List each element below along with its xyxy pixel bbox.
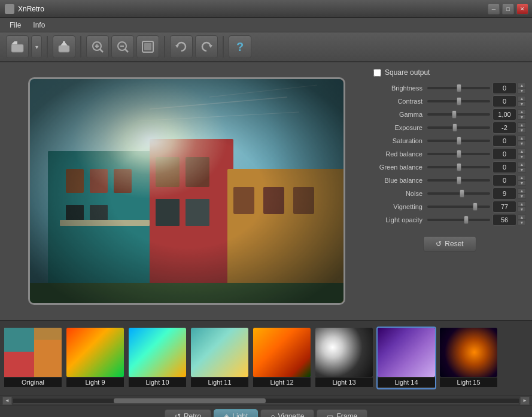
slider-up-brightness[interactable]: ▲: [518, 83, 526, 88]
close-button[interactable]: ✕: [516, 4, 528, 14]
slider-down-exposure[interactable]: ▼: [518, 128, 526, 133]
rotate-ccw-button[interactable]: [170, 35, 193, 58]
filmstrip-item-original[interactable]: Original: [3, 327, 63, 389]
slider-row-vignetting: Vignetting77▲▼: [373, 200, 526, 213]
frame-label: Frame: [336, 412, 357, 417]
slider-down-red-balance[interactable]: ▼: [518, 154, 526, 159]
slider-up-noise[interactable]: ▲: [518, 188, 526, 194]
zoom-in-button[interactable]: [86, 35, 109, 58]
slider-label-gamma: Gamma: [373, 111, 427, 118]
filmstrip-item-light12[interactable]: Light 12: [252, 327, 312, 389]
slider-down-green-balance[interactable]: ▼: [518, 167, 526, 173]
slider-down-contrast[interactable]: ▼: [518, 101, 526, 107]
filmstrip-item-light14[interactable]: Light 14: [376, 327, 436, 389]
slider-down-blue-balance[interactable]: ▼: [518, 180, 526, 186]
slider-row-green-balance: Green balance0▲▼: [373, 161, 526, 174]
slider-thumb-vignetting[interactable]: [473, 203, 478, 211]
svg-line-6: [100, 49, 103, 52]
slider-row-saturation: Saturation0▲▼: [373, 134, 526, 147]
slider-thumb-saturation[interactable]: [457, 137, 461, 145]
slider-down-light-opacity[interactable]: ▼: [518, 220, 526, 225]
slider-thumb-brightness[interactable]: [457, 84, 461, 92]
slider-thumb-blue-balance[interactable]: [457, 176, 461, 185]
maximize-button[interactable]: □: [502, 4, 514, 14]
slider-track-red-balance[interactable]: [427, 153, 490, 155]
slider-down-brightness[interactable]: ▼: [518, 88, 526, 93]
slider-track-vignetting[interactable]: [427, 206, 490, 208]
slider-track-blue-balance[interactable]: [427, 179, 490, 182]
filmstrip-item-light9[interactable]: Light 9: [65, 327, 125, 389]
slider-label-red-balance: Red balance: [373, 150, 427, 158]
slider-track-brightness[interactable]: [427, 87, 490, 89]
slider-track-saturation[interactable]: [427, 140, 490, 142]
slider-label-light-opacity: Light opacity: [373, 216, 427, 223]
canvas-image: [30, 79, 343, 303]
slider-up-blue-balance[interactable]: ▲: [518, 175, 526, 180]
scrollbar-area: ◄ ►: [0, 395, 532, 406]
slider-row-gamma: Gamma1,00▲▼: [373, 108, 526, 121]
slider-up-contrast[interactable]: ▲: [518, 96, 526, 101]
scrollbar-track[interactable]: [12, 398, 520, 404]
filmstrip-item-light10[interactable]: Light 10: [127, 327, 187, 389]
filmstrip-item-light11[interactable]: Light 11: [190, 327, 250, 389]
slider-thumb-contrast[interactable]: [457, 97, 461, 105]
help-button[interactable]: ?: [229, 35, 251, 58]
slider-thumb-exposure[interactable]: [452, 123, 457, 132]
film-thumb-light11: [191, 328, 248, 377]
slider-value-green-balance: 0: [493, 161, 516, 173]
slider-thumb-noise[interactable]: [460, 189, 464, 198]
slider-thumb-red-balance[interactable]: [457, 150, 461, 158]
fit-button[interactable]: [136, 35, 159, 58]
slider-thumb-gamma[interactable]: [452, 110, 457, 119]
main-area: Square output Brightness0▲▼Contrast0▲▼Ga…: [0, 62, 532, 320]
menu-info[interactable]: Info: [27, 20, 51, 31]
slider-down-vignetting[interactable]: ▼: [518, 207, 526, 212]
slider-up-green-balance[interactable]: ▲: [518, 162, 526, 167]
slider-track-noise[interactable]: [427, 192, 490, 195]
export-button[interactable]: [53, 35, 75, 58]
tab-vignette[interactable]: ○ Vignette: [260, 409, 314, 417]
film-label-light11: Light 11: [191, 377, 248, 387]
scrollbar-thumb[interactable]: [114, 398, 266, 403]
open-button[interactable]: [6, 35, 29, 58]
canvas-area: [6, 68, 367, 314]
slider-down-saturation[interactable]: ▼: [518, 141, 526, 146]
slider-up-exposure[interactable]: ▲: [518, 122, 526, 128]
slider-thumb-green-balance[interactable]: [457, 163, 461, 171]
tab-light[interactable]: ◈ Light: [214, 409, 258, 417]
slider-track-green-balance[interactable]: [427, 166, 490, 168]
slider-up-saturation[interactable]: ▲: [518, 135, 526, 141]
filmstrip-item-light15[interactable]: Light 15: [439, 327, 498, 389]
square-output-checkbox[interactable]: [373, 69, 381, 77]
retro-icon: ↺: [175, 412, 181, 417]
scroll-right-button[interactable]: ►: [520, 397, 530, 405]
toolbar-separator-4: [223, 36, 224, 58]
slider-down-gamma[interactable]: ▼: [518, 114, 526, 120]
slider-down-noise[interactable]: ▼: [518, 194, 526, 199]
square-output-label: Square output: [385, 68, 430, 77]
slider-track-gamma[interactable]: [427, 113, 490, 116]
vignette-label: Vignette: [278, 412, 305, 417]
slider-track-light-opacity[interactable]: [427, 219, 490, 221]
scroll-left-button[interactable]: ◄: [2, 397, 12, 405]
open-dropdown-button[interactable]: ▾: [31, 35, 42, 58]
menu-file[interactable]: File: [4, 20, 27, 31]
slider-up-light-opacity[interactable]: ▲: [518, 214, 526, 220]
film-label-light15: Light 15: [440, 377, 497, 387]
reset-button[interactable]: ↺ Reset: [423, 236, 476, 252]
svg-rect-13: [144, 43, 151, 50]
slider-track-exposure[interactable]: [427, 126, 490, 129]
slider-thumb-light-opacity[interactable]: [464, 216, 469, 224]
rotate-cw-button[interactable]: [195, 35, 218, 58]
slider-track-contrast[interactable]: [427, 100, 490, 102]
tab-frame[interactable]: ▭ Frame: [317, 409, 367, 417]
slider-value-gamma: 1,00: [493, 108, 516, 120]
filmstrip-item-light13[interactable]: Light 13: [314, 327, 374, 389]
minimize-button[interactable]: ─: [488, 4, 500, 14]
slider-up-gamma[interactable]: ▲: [518, 109, 526, 114]
zoom-out-button[interactable]: [111, 35, 134, 58]
slider-up-vignetting[interactable]: ▲: [518, 201, 526, 207]
tab-retro[interactable]: ↺ Retro: [165, 409, 211, 417]
slider-up-red-balance[interactable]: ▲: [518, 149, 526, 154]
film-thumb-light10: [129, 328, 186, 377]
